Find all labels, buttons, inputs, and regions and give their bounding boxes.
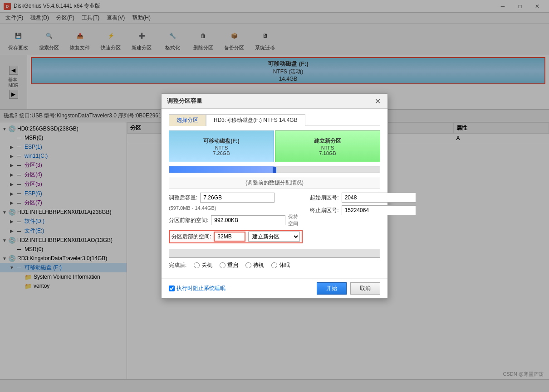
space-before-input[interactable] bbox=[211, 215, 285, 225]
capacity-hint-row: (597.0MB - 14.44GB) bbox=[169, 205, 303, 211]
prevent-sleep-checkbox-group: 执行时阻止系统睡眠 bbox=[169, 285, 225, 292]
resize-partition-dialog: 调整分区容量 ✕ 选择分区 RD3:可移动磁盘(F:) NTFS 14.4GB … bbox=[161, 93, 388, 299]
form-right-col: 起始扇区号: 终止扇区号: bbox=[310, 193, 416, 246]
left-part-size: 7.26GB bbox=[213, 150, 230, 156]
right-partition-block: 建立新分区 NTFS 7.18GB bbox=[275, 131, 380, 162]
left-part-name: 可移动磁盘(F:) bbox=[203, 137, 239, 145]
adjusted-capacity-row: 调整后容量: bbox=[169, 193, 303, 203]
right-part-type: NTFS bbox=[321, 145, 334, 150]
modal-title: 调整分区容量 bbox=[167, 97, 202, 105]
option-shutdown[interactable]: 关机 bbox=[194, 261, 212, 269]
partition-slider[interactable] bbox=[169, 166, 380, 173]
right-part-size: 7.18GB bbox=[319, 150, 336, 156]
modal-tabs: 选择分区 RD3:可移动磁盘(F:) NTFS 14.4GB bbox=[169, 114, 380, 126]
adjusted-capacity-input[interactable] bbox=[200, 193, 274, 203]
modal-progress-bar bbox=[169, 249, 380, 258]
left-part-type: NTFS bbox=[215, 145, 228, 150]
modal-close-button[interactable]: ✕ bbox=[373, 97, 382, 106]
start-button[interactable]: 开始 bbox=[317, 282, 347, 295]
tab-select-partition[interactable]: 选择分区 bbox=[169, 114, 206, 126]
space-before-row: 分区前部的空间: 保持空间 bbox=[169, 213, 303, 227]
start-sector-row: 起始扇区号: bbox=[310, 193, 416, 203]
end-sector-label: 终止扇区号: bbox=[310, 207, 338, 214]
space-after-row: 分区后部的空间: 建立新分区 保持空间 合并到前一分区 bbox=[169, 230, 303, 243]
radio-hibernate[interactable] bbox=[271, 262, 277, 268]
option-hibernate[interactable]: 休眠 bbox=[271, 261, 290, 269]
standby-label: 待机 bbox=[253, 261, 264, 269]
form-main-row: 调整后容量: (597.0MB - 14.44GB) 分区前部的空间: 保持空间… bbox=[169, 193, 380, 246]
modal-overlay: 调整分区容量 ✕ 选择分区 RD3:可移动磁盘(F:) NTFS 14.4GB … bbox=[0, 0, 549, 392]
slider-fill bbox=[169, 166, 274, 173]
capacity-hint: (597.0MB - 14.44GB) bbox=[169, 205, 216, 211]
completion-label: 完成后: bbox=[169, 261, 186, 269]
modal-footer-buttons: 开始 取消 bbox=[317, 282, 380, 295]
start-sector-input[interactable] bbox=[342, 193, 416, 203]
radio-shutdown[interactable] bbox=[194, 262, 200, 268]
data-info-section: (调整前的数据分配情况) bbox=[169, 177, 380, 189]
start-sector-label: 起始扇区号: bbox=[310, 194, 338, 202]
modal-body: 选择分区 RD3:可移动磁盘(F:) NTFS 14.4GB 可移动磁盘(F:)… bbox=[162, 109, 387, 278]
restart-label: 重启 bbox=[227, 261, 238, 269]
end-sector-input[interactable] bbox=[342, 205, 416, 215]
option-standby[interactable]: 待机 bbox=[245, 261, 264, 269]
modal-header: 调整分区容量 ✕ bbox=[162, 94, 387, 109]
prevent-sleep-label: 执行时阻止系统睡眠 bbox=[176, 285, 225, 292]
space-before-label: 分区前部的空间: bbox=[169, 217, 208, 224]
prevent-sleep-checkbox[interactable] bbox=[169, 286, 175, 291]
slider-handle[interactable] bbox=[273, 167, 276, 173]
shutdown-label: 关机 bbox=[201, 261, 212, 269]
completion-options-row: 完成后: 关机 重启 待机 休眠 bbox=[169, 261, 380, 269]
radio-standby[interactable] bbox=[245, 262, 251, 268]
end-sector-row: 终止扇区号: bbox=[310, 205, 416, 215]
left-partition-block: 可移动磁盘(F:) NTFS 7.26GB bbox=[169, 131, 274, 162]
tab-rd3-partition[interactable]: RD3:可移动磁盘(F:) NTFS 14.4GB bbox=[206, 114, 305, 126]
hibernate-label: 休眠 bbox=[279, 261, 290, 269]
radio-restart[interactable] bbox=[220, 262, 225, 268]
space-after-dropdown[interactable]: 建立新分区 保持空间 合并到前一分区 bbox=[248, 232, 300, 242]
space-after-input[interactable] bbox=[214, 232, 245, 242]
space-before-hint: 保持空间 bbox=[288, 213, 303, 227]
data-info-label: (调整前的数据分配情况) bbox=[245, 179, 304, 186]
adjusted-capacity-label: 调整后容量: bbox=[169, 194, 197, 202]
option-restart[interactable]: 重启 bbox=[220, 261, 238, 269]
right-part-name: 建立新分区 bbox=[314, 137, 341, 145]
space-after-label: 分区后部的空间: bbox=[172, 233, 211, 241]
modal-partition-visual: 可移动磁盘(F:) NTFS 7.26GB 建立新分区 NTFS 7.18GB bbox=[169, 131, 380, 162]
modal-footer: 执行时阻止系统睡眠 开始 取消 bbox=[162, 278, 387, 298]
cancel-button[interactable]: 取消 bbox=[350, 282, 380, 295]
form-left-col: 调整后容量: (597.0MB - 14.44GB) 分区前部的空间: 保持空间… bbox=[169, 193, 303, 246]
